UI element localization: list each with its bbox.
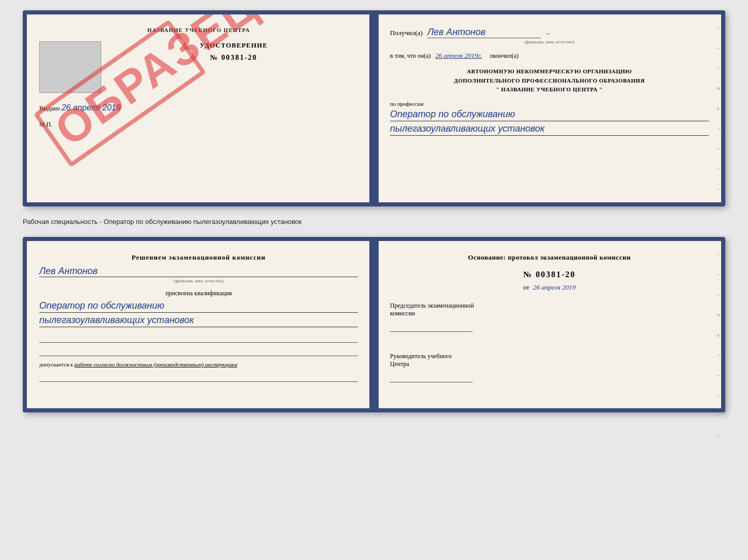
protocol-date-row: от 26 апреля 2019 xyxy=(390,283,709,292)
top-right-page: Получил(а) Лев Антонов – (фамилия, имя, … xyxy=(375,14,721,202)
mark-dash-3: – xyxy=(717,65,722,71)
finished-label: окончил(а) xyxy=(490,52,518,59)
allowed-text: работе согласно должностным (производств… xyxy=(74,361,237,367)
mp-label: М.П. xyxy=(39,121,358,129)
signature-line-2 xyxy=(39,345,358,356)
decision-label: Решением экзаменационной комиссии xyxy=(39,253,358,262)
issued-label: Выдано xyxy=(39,105,60,112)
mark-arrow: ← xyxy=(717,125,722,131)
bmark-dash-1: – xyxy=(717,251,722,257)
date-value: 26 апреля 2019г. xyxy=(435,52,482,59)
protocol-date: 26 апреля 2019 xyxy=(533,283,575,291)
date-row: в том, что он(а) 26 апреля 2019г. окончи… xyxy=(390,52,709,60)
received-name: Лев Антонов xyxy=(427,27,541,38)
date-from-prefix: от xyxy=(523,283,529,291)
mark-dash-6: – xyxy=(717,186,722,191)
mark-i: и xyxy=(717,85,722,91)
signature-line-1 xyxy=(39,331,358,343)
stamp-area: УДОСТОВЕРЕНИЕ № 00381-20 xyxy=(39,41,358,93)
bmark-dash-7: – xyxy=(717,433,722,438)
profession-section: по профессии Оператор по обслуживанию пы… xyxy=(390,101,709,136)
profession-line2: пылегазоулавливающих установок xyxy=(390,123,709,136)
director-line1: Руководитель учебного xyxy=(390,353,709,360)
top-left-header: НАЗВАНИЕ УЧЕБНОГО ЦЕНТРА xyxy=(39,27,358,33)
received-prefix: Получил(а) xyxy=(390,29,423,37)
right-side-marks-top: – – – и а ← – – – – xyxy=(717,25,722,212)
allowed-signature-line xyxy=(39,372,358,382)
qualification-line2: пылегазоулавливающих установок xyxy=(39,315,358,327)
bottom-certificate-book: Решением экзаменационной комиссии Лев Ан… xyxy=(23,237,725,412)
bottom-left-page: Решением экзаменационной комиссии Лев Ан… xyxy=(27,241,375,408)
profession-label: по профессии xyxy=(390,101,709,107)
chairman-signature-line xyxy=(390,322,473,332)
bmark-dash-2: – xyxy=(717,271,722,277)
date-prefix: в том, что он(а) xyxy=(390,52,431,59)
cert-title: УДОСТОВЕРЕНИЕ xyxy=(110,41,358,50)
org-block: АВТОНОМНУЮ НЕКОММЕРЧЕСКУЮ ОРГАНИЗАЦИЮ ДО… xyxy=(390,67,709,94)
chairman-line1: Председатель экзаменационной xyxy=(390,302,709,310)
org-line1: АВТОНОМНУЮ НЕКОММЕРЧЕСКУЮ ОРГАНИЗАЦИЮ xyxy=(390,67,709,76)
issued-date: 26 апреля 2019 xyxy=(61,103,121,112)
chairman-block: Председатель экзаменационной комиссии xyxy=(390,302,709,332)
name-sublabel: (фамилия, имя, отчество) xyxy=(390,39,709,44)
qualification-label: присвоена квалификация xyxy=(39,290,358,297)
org-line2: ДОПОЛНИТЕЛЬНОГО ПРОФЕССИОНАЛЬНОГО ОБРАЗО… xyxy=(390,76,709,86)
document-wrapper: НАЗВАНИЕ УЧЕБНОГО ЦЕНТРА ОБРАЗЕЦ УДОСТОВ… xyxy=(23,10,725,412)
bottom-name-sublabel: (фамилия, имя, отчество) xyxy=(39,278,358,283)
stamp-placeholder xyxy=(39,41,101,93)
book-spine-top xyxy=(369,14,379,202)
mark-a: а xyxy=(717,105,722,111)
mark-dash-5: – xyxy=(717,166,722,171)
director-signature-line xyxy=(390,372,473,382)
received-row: Получил(а) Лев Антонов – (фамилия, имя, … xyxy=(390,27,709,44)
cert-number: № 00381-20 xyxy=(110,54,358,62)
bottom-name-value: Лев Антонов xyxy=(39,266,358,277)
mark-dash-2: – xyxy=(717,45,722,51)
mark-dash-7: – xyxy=(717,206,722,212)
cert-center-block: УДОСТОВЕРЕНИЕ № 00381-20 xyxy=(110,41,358,62)
org-line3: " НАЗВАНИЕ УЧЕБНОГО ЦЕНТРА " xyxy=(390,85,709,94)
bmark-dash-4: – xyxy=(717,372,722,378)
bottom-right-page: Основание: протокол экзаменационной коми… xyxy=(375,241,721,408)
profession-line1: Оператор по обслуживанию xyxy=(390,109,709,121)
basis-label: Основание: протокол экзаменационной коми… xyxy=(390,253,709,262)
separator-text: Рабочая специальность - Оператор по обсл… xyxy=(23,215,725,229)
chairman-line2: комиссии xyxy=(390,310,709,317)
bmark-dash-6: – xyxy=(717,412,722,418)
dash-after-name: – xyxy=(547,29,550,37)
right-side-marks-bottom: – – – и а ← – – – – xyxy=(717,251,722,438)
mark-dash-1: – xyxy=(717,25,722,30)
allowed-prefix: допускается к xyxy=(39,361,73,367)
bmark-arrow: ← xyxy=(717,352,722,358)
director-line2: Центра xyxy=(390,360,709,368)
bmark-i: и xyxy=(717,312,722,317)
book-spine-bottom xyxy=(369,241,379,408)
bmark-dash-5: – xyxy=(717,392,722,398)
top-left-page: НАЗВАНИЕ УЧЕБНОГО ЦЕНТРА ОБРАЗЕЦ УДОСТОВ… xyxy=(27,14,375,202)
qualification-line1: Оператор по обслуживанию xyxy=(39,300,358,313)
bmark-a: а xyxy=(717,332,722,338)
protocol-number: № 00381-20 xyxy=(390,270,709,279)
bmark-dash-3: – xyxy=(717,292,722,297)
director-block: Руководитель учебного Центра xyxy=(390,353,709,382)
mark-dash-4: – xyxy=(717,146,722,151)
allowed-row: допускается к работе согласно должностны… xyxy=(39,361,358,367)
top-certificate-book: НАЗВАНИЕ УЧЕБНОГО ЦЕНТРА ОБРАЗЕЦ УДОСТОВ… xyxy=(23,10,725,206)
cert-issued-row: Выдано 26 апреля 2019 xyxy=(39,103,358,113)
